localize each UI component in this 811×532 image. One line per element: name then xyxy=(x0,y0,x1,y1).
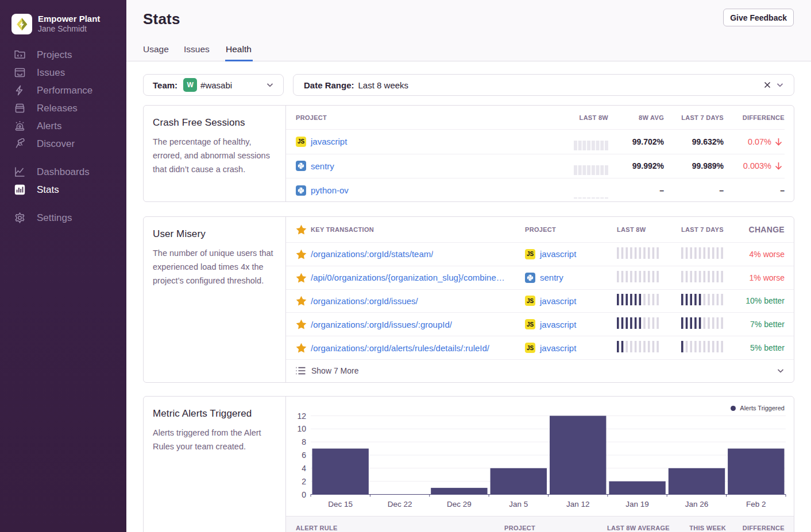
svg-text:Jan 19: Jan 19 xyxy=(625,500,649,508)
svg-text:Jan 5: Jan 5 xyxy=(509,500,528,508)
svg-text:4: 4 xyxy=(302,464,306,473)
svg-text:Dec 15: Dec 15 xyxy=(328,500,353,508)
svg-text:2: 2 xyxy=(302,477,306,486)
svg-text:0: 0 xyxy=(302,490,306,499)
svg-text:Jan 26: Jan 26 xyxy=(685,500,709,508)
svg-text:Dec 22: Dec 22 xyxy=(388,500,412,508)
svg-text:8: 8 xyxy=(302,437,306,446)
svg-text:12: 12 xyxy=(297,411,306,421)
svg-text:Jan 12: Jan 12 xyxy=(566,500,590,508)
svg-text:Dec 29: Dec 29 xyxy=(447,500,472,508)
svg-text:6: 6 xyxy=(302,451,306,460)
svg-text:Feb 2: Feb 2 xyxy=(746,500,766,508)
svg-text:10: 10 xyxy=(297,424,306,433)
